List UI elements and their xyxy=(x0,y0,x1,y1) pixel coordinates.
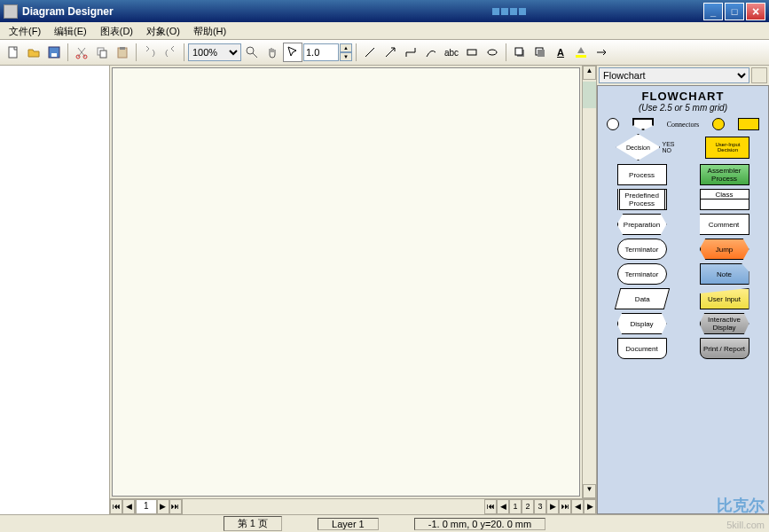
scroll-thumb[interactable] xyxy=(583,82,596,108)
nav-prev-icon[interactable]: ◀ xyxy=(497,499,509,514)
connector-tool[interactable] xyxy=(401,43,420,62)
nav-page2[interactable]: 2 xyxy=(522,499,534,514)
cut-button[interactable] xyxy=(72,43,91,62)
minimize-button[interactable]: _ xyxy=(703,3,723,20)
tab-first-icon[interactable]: ⏮ xyxy=(110,499,122,514)
status-coords: -1. 0 mm, 0 y=20. 0 mm xyxy=(414,518,545,530)
scroll-right-icon[interactable]: ▶ xyxy=(584,499,596,514)
app-icon xyxy=(4,4,18,19)
menu-file[interactable]: 文件(F) xyxy=(4,24,46,39)
line-color-button[interactable] xyxy=(592,43,611,62)
vertical-scrollbar[interactable]: ▲ ▼ xyxy=(582,66,596,498)
shape-terminator2[interactable]: Terminator xyxy=(617,263,667,285)
shape-data[interactable]: Data xyxy=(614,288,669,309)
shape-display[interactable]: Display xyxy=(617,313,667,334)
menu-diagram[interactable]: 图表(D) xyxy=(95,24,138,39)
shape-preparation[interactable]: Preparation xyxy=(617,214,667,235)
shape-connector-yellow[interactable] xyxy=(738,118,759,130)
zoom-icon[interactable] xyxy=(242,43,262,62)
shape-assembler-process[interactable]: Assembler Process xyxy=(700,164,749,185)
tab-next-icon[interactable]: ▶ xyxy=(157,499,169,514)
copy-button[interactable] xyxy=(92,43,112,62)
page-tab-1[interactable]: 1 xyxy=(136,499,157,514)
close-button[interactable]: × xyxy=(746,3,765,20)
nav-last-icon[interactable]: ⏭ xyxy=(559,499,571,514)
nav-next-icon[interactable]: ▶ xyxy=(546,499,559,514)
paste-button[interactable] xyxy=(113,43,132,62)
tab-prev-icon[interactable]: ◀ xyxy=(122,499,135,514)
shape-palette: FLOWCHART (Use 2.5 or 5 mm grid) Connect… xyxy=(597,85,769,514)
shape-user-input-decision[interactable]: User-Input Decision xyxy=(705,137,749,159)
shape-off-page-circle[interactable] xyxy=(607,118,619,130)
menu-help[interactable]: 帮助(H) xyxy=(188,24,231,39)
template-select[interactable]: Flowchart xyxy=(599,67,749,83)
tab-last-icon[interactable]: ⏭ xyxy=(169,499,182,514)
shape-user-input[interactable]: User Input xyxy=(700,288,749,309)
send-back-button[interactable] xyxy=(530,43,550,62)
scroll-left-icon[interactable]: ◀ xyxy=(571,499,584,514)
curve-tool[interactable] xyxy=(421,43,441,62)
nav-page3[interactable]: 3 xyxy=(534,499,546,514)
grid-spinner[interactable]: ▲▼ xyxy=(340,43,352,61)
separator xyxy=(506,43,506,61)
shape-off-page-yellow[interactable] xyxy=(712,118,725,130)
nav-page1[interactable]: 1 xyxy=(509,499,522,514)
right-panel: Flowchart FLOWCHART (Use 2.5 or 5 mm gri… xyxy=(597,66,769,514)
scroll-up-icon[interactable]: ▲ xyxy=(583,66,596,80)
save-button[interactable] xyxy=(44,43,64,62)
svg-point-9 xyxy=(247,47,254,54)
arrow-tool[interactable] xyxy=(381,43,400,62)
shape-jump[interactable]: Jump xyxy=(700,239,749,260)
reload-templates-button[interactable] xyxy=(751,67,767,83)
shape-interactive-display[interactable]: Interactive Display xyxy=(700,313,749,334)
shape-decision[interactable]: Decision xyxy=(616,134,660,160)
hscroll-track[interactable] xyxy=(183,499,484,514)
bring-front-button[interactable] xyxy=(510,43,530,62)
redo-button[interactable] xyxy=(161,43,180,62)
undo-button[interactable] xyxy=(140,43,160,62)
shape-predefined-process[interactable]: Predefined Process xyxy=(617,189,667,210)
text-format-button[interactable]: A xyxy=(551,43,570,62)
scroll-down-icon[interactable]: ▼ xyxy=(583,484,596,498)
main-area: ▲ ▼ ⏮ ◀ 1 ▶ ⏭ ⏮ ◀ 1 2 3 ▶ xyxy=(0,66,769,514)
titlebar-decoration xyxy=(492,8,526,15)
pointer-button[interactable] xyxy=(283,43,302,62)
grid-input[interactable] xyxy=(303,43,339,61)
separator xyxy=(184,43,184,61)
toolbar: 100% ▲▼ abc A xyxy=(0,40,769,66)
menu-edit[interactable]: 编辑(E) xyxy=(49,24,92,39)
svg-rect-0 xyxy=(9,47,17,58)
new-button[interactable] xyxy=(4,43,23,62)
canvas-area: ▲ ▼ ⏮ ◀ 1 ▶ ⏭ ⏮ ◀ 1 2 3 ▶ xyxy=(110,66,597,514)
open-button[interactable] xyxy=(24,43,43,62)
nav-first-icon[interactable]: ⏮ xyxy=(484,499,497,514)
zoom-select[interactable]: 100% xyxy=(188,43,241,61)
shape-note[interactable]: Note xyxy=(700,263,749,285)
shape-print-report[interactable]: Print / Report xyxy=(700,338,749,359)
svg-rect-10 xyxy=(467,50,476,55)
shape-connector[interactable] xyxy=(632,118,654,130)
menubar: 文件(F) 编辑(E) 图表(D) 对象(O) 帮助(H) xyxy=(0,22,769,40)
svg-point-11 xyxy=(488,50,497,55)
palette-subtitle: (Use 2.5 or 5 mm grid) xyxy=(601,103,765,113)
fill-color-button[interactable] xyxy=(571,43,591,62)
rect-tool[interactable] xyxy=(462,43,482,62)
separator xyxy=(136,43,137,61)
palette-title: FLOWCHART xyxy=(601,90,765,103)
separator xyxy=(356,43,357,61)
shape-class[interactable]: Class xyxy=(700,189,749,210)
line-tool[interactable] xyxy=(360,43,380,62)
menu-object[interactable]: 对象(O) xyxy=(141,24,185,39)
svg-rect-2 xyxy=(51,53,57,57)
shape-comment[interactable]: Comment xyxy=(700,214,749,235)
horizontal-scroll-row: ⏮ ◀ 1 ▶ ⏭ ⏮ ◀ 1 2 3 ▶ ⏭ ◀ ▶ xyxy=(110,498,596,514)
titlebar: Diagram Designer _ □ × xyxy=(0,0,769,22)
ellipse-tool[interactable] xyxy=(483,43,502,62)
shape-terminator[interactable]: Terminator xyxy=(617,239,667,260)
shape-process[interactable]: Process xyxy=(617,164,667,185)
hand-button[interactable] xyxy=(263,43,282,62)
canvas[interactable] xyxy=(112,67,580,497)
shape-document[interactable]: Document xyxy=(617,338,667,359)
maximize-button[interactable]: □ xyxy=(725,3,744,20)
text-tool[interactable]: abc xyxy=(442,43,461,62)
